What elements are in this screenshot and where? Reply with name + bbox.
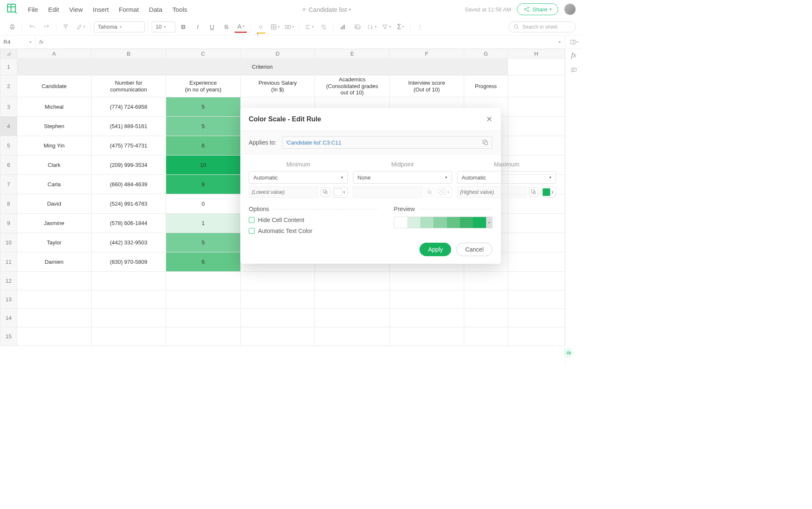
app-logo-icon[interactable] [6, 3, 19, 16]
font-size-select[interactable]: 10▾ [152, 21, 175, 32]
maximum-color-button[interactable]: ▾ [541, 187, 556, 198]
cell[interactable] [17, 327, 91, 346]
cell[interactable] [508, 309, 565, 327]
user-avatar[interactable] [564, 3, 576, 15]
cell[interactable] [390, 272, 464, 290]
menu-format[interactable]: Format [119, 6, 139, 13]
cell[interactable]: (442) 332-9503 [91, 233, 166, 252]
cell[interactable]: Criterion [17, 59, 508, 75]
comments-panel-icon[interactable] [570, 67, 577, 75]
cell[interactable] [91, 290, 166, 309]
cell[interactable]: 9 [166, 175, 240, 194]
cell[interactable]: 0 [166, 194, 240, 214]
redo-icon[interactable] [40, 21, 53, 33]
cell[interactable] [315, 327, 390, 346]
minimum-color-button[interactable]: ▾ [333, 187, 348, 198]
row-header[interactable]: 9 [0, 214, 17, 233]
chevron-down-icon[interactable]: ▾ [349, 7, 351, 12]
hide-cell-content-checkbox[interactable]: Hide Cell Content [249, 217, 377, 223]
row-header[interactable]: 15 [0, 327, 17, 346]
close-icon[interactable]: ✕ [486, 115, 492, 124]
undo-icon[interactable] [26, 21, 38, 33]
menu-data[interactable]: Data [149, 6, 162, 13]
cell[interactable]: 6 [166, 136, 240, 155]
menu-edit[interactable]: Edit [48, 6, 59, 13]
col-header[interactable]: C [166, 49, 240, 59]
cell[interactable] [91, 309, 166, 327]
cell[interactable] [464, 290, 508, 309]
col-header[interactable]: D [240, 49, 315, 59]
cell[interactable]: (578) 606-1844 [91, 214, 166, 233]
col-header[interactable]: E [315, 49, 390, 59]
cell[interactable] [166, 290, 240, 309]
cell[interactable]: 1 [166, 214, 240, 233]
filter-icon[interactable] [380, 21, 393, 33]
cell[interactable]: (524) 991-6783 [91, 194, 166, 214]
cell[interactable]: 10 [166, 155, 240, 175]
maximum-value-input[interactable] [457, 186, 527, 198]
cell[interactable]: Carla [17, 175, 91, 194]
cell[interactable] [508, 117, 565, 136]
underline-icon[interactable]: U [206, 21, 218, 33]
formula-input[interactable] [47, 35, 554, 48]
cell[interactable]: 6 [166, 252, 240, 272]
cell[interactable] [390, 327, 464, 346]
cell[interactable] [240, 290, 315, 309]
menu-insert[interactable]: Insert [93, 6, 109, 13]
cell[interactable] [390, 309, 464, 327]
cell[interactable]: Academics (Consolidated grades out of 10… [315, 75, 390, 97]
cell[interactable]: Micheal [17, 97, 91, 117]
cell[interactable] [166, 327, 240, 346]
cell[interactable] [240, 327, 315, 346]
row-header[interactable]: 11 [0, 252, 17, 272]
cell[interactable] [240, 309, 315, 327]
cell[interactable]: Number for communication [91, 75, 166, 97]
cell[interactable] [508, 233, 565, 252]
cell[interactable] [508, 327, 565, 346]
cell[interactable]: Progress [464, 75, 508, 97]
midpoint-type-select[interactable]: None▾ [353, 171, 452, 184]
cell[interactable]: Damien [17, 252, 91, 272]
assistant-fab-icon[interactable]: Zia [562, 346, 576, 360]
borders-icon[interactable] [269, 21, 281, 33]
cell[interactable] [508, 290, 565, 309]
print-icon[interactable] [6, 21, 19, 33]
row-header[interactable]: 4 [0, 117, 17, 136]
cell[interactable]: Interview score (Out of 10) [390, 75, 464, 97]
cell[interactable]: Taylor [17, 233, 91, 252]
col-header[interactable]: H [508, 49, 565, 59]
cell[interactable] [464, 327, 508, 346]
cell[interactable]: (475) 775-4731 [91, 136, 166, 155]
fx-panel-icon[interactable]: fx [571, 51, 576, 59]
cell[interactable]: Ming Yin [17, 136, 91, 155]
cell[interactable] [508, 214, 565, 233]
applies-to-input[interactable]: 'Candidate list'.C3:C11 [282, 136, 492, 149]
minimum-value-input[interactable] [249, 186, 318, 198]
fill-color-icon[interactable] [254, 21, 267, 33]
clear-format-icon[interactable] [74, 21, 87, 33]
formula-expand-icon[interactable]: ▾ [554, 40, 565, 44]
italic-icon[interactable]: I [191, 21, 204, 33]
chart-icon[interactable] [337, 21, 350, 33]
document-title[interactable]: ★ Candidate list ▾ [187, 6, 465, 13]
menu-file[interactable]: File [28, 6, 38, 13]
auto-text-color-checkbox[interactable]: Automatic Text Color [249, 228, 377, 234]
share-button[interactable]: Share ▾ [517, 3, 558, 15]
row-header[interactable]: 8 [0, 194, 17, 214]
cell[interactable]: (774) 724-6958 [91, 97, 166, 117]
range-picker-icon[interactable] [529, 188, 538, 197]
menu-view[interactable]: View [69, 6, 83, 13]
star-icon[interactable]: ★ [301, 6, 307, 13]
cell[interactable] [315, 309, 390, 327]
cell[interactable]: (660) 484-4639 [91, 175, 166, 194]
row-header[interactable]: 10 [0, 233, 17, 252]
cell[interactable]: Clark [17, 155, 91, 175]
col-header[interactable]: B [91, 49, 166, 59]
cell[interactable]: Previous Salary (In $) [240, 75, 315, 97]
row-header[interactable]: 13 [0, 290, 17, 309]
cell[interactable] [91, 272, 166, 290]
cell[interactable] [508, 252, 565, 272]
row-header[interactable]: 14 [0, 309, 17, 327]
image-icon[interactable] [351, 21, 364, 33]
cell[interactable] [17, 290, 91, 309]
